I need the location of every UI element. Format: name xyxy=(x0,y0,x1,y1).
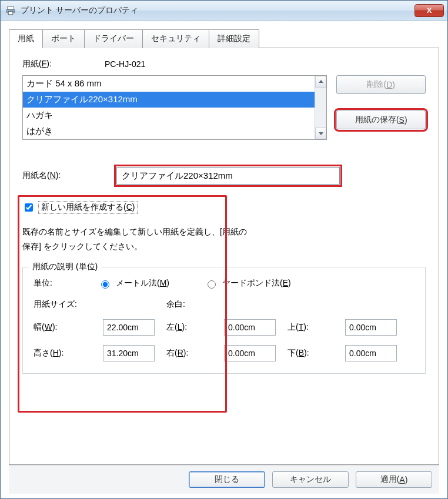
list-item[interactable]: カード 54 x 86 mm xyxy=(23,76,315,92)
printer-icon xyxy=(5,5,16,16)
form-name-input[interactable] xyxy=(116,167,340,185)
scroll-up-icon[interactable] xyxy=(315,76,326,88)
listbox-scrollbar[interactable] xyxy=(315,76,326,139)
server-name: PC-HJ-021 xyxy=(105,59,145,69)
window-title: プリント サーバーのプロパティ xyxy=(21,5,414,16)
list-item[interactable]: ハガキ xyxy=(23,108,315,123)
save-form-button[interactable]: 用紙の保存(S) xyxy=(336,110,426,129)
forms-list-items: カード 54 x 86 mm クリアファイル220×312mm ハガキ はがき xyxy=(23,76,315,139)
list-item[interactable]: クリアファイル220×312mm xyxy=(23,92,315,108)
form-description-group: 用紙の説明 (単位) 単位: メートル法(M) ヤードポンド xyxy=(22,267,426,374)
tab-label: ポート xyxy=(51,34,76,43)
tab-strip: 用紙 ポート ドライバー セキュリティ 詳細設定 xyxy=(9,29,439,48)
svg-rect-0 xyxy=(8,6,14,9)
dialog-footer: 閉じる キャンセル 適用(A) xyxy=(9,465,439,494)
help-text: 既存の名前とサイズを編集して新しい用紙を定義し、[用紙の 保存] をクリックして… xyxy=(22,225,426,254)
close-button[interactable]: X xyxy=(414,4,444,17)
apply-button[interactable]: 適用(A) xyxy=(356,471,432,488)
paper-size-label: 用紙サイズ: xyxy=(34,299,98,310)
tab-label: 用紙 xyxy=(18,34,34,43)
unit-metric-radio[interactable] xyxy=(101,280,109,289)
tab-panel-forms: 用紙(F): PC-HJ-021 カード 54 x 86 mm クリアファイル2… xyxy=(9,48,439,465)
margin-label: 余白: xyxy=(166,299,219,310)
right-input[interactable] xyxy=(224,345,276,361)
unit-metric-label: メートル法(M) xyxy=(116,278,169,289)
width-label: 幅(W): xyxy=(34,322,98,333)
svg-rect-2 xyxy=(8,11,13,14)
tab-label: ドライバー xyxy=(93,34,134,43)
titlebar: プリント サーバーのプロパティ X xyxy=(1,1,447,21)
tab-security[interactable]: セキュリティ xyxy=(142,29,209,48)
create-new-form-label: 新しい用紙を作成する(C) xyxy=(38,201,138,214)
cancel-button[interactable]: キャンセル xyxy=(272,471,349,488)
tab-label: セキュリティ xyxy=(151,34,200,43)
tab-forms[interactable]: 用紙 xyxy=(9,29,43,48)
unit-imperial-label: ヤードポンド法(E) xyxy=(222,278,291,289)
close-icon: X xyxy=(427,6,432,15)
left-input[interactable] xyxy=(224,319,276,336)
tab-drivers[interactable]: ドライバー xyxy=(84,29,143,48)
close-dialog-button[interactable]: 閉じる xyxy=(189,471,265,488)
print-server-properties-window: プリント サーバーのプロパティ X 用紙 ポート ドライバー セキュリティ 詳細… xyxy=(0,0,448,499)
create-new-form-checkbox[interactable] xyxy=(25,203,33,212)
tab-advanced[interactable]: 詳細設定 xyxy=(209,29,259,48)
left-label: 左(L): xyxy=(166,322,219,333)
client-area: 用紙 ポート ドライバー セキュリティ 詳細設定 用紙(F): PC-HJ-02… xyxy=(1,21,447,498)
form-name-label: 用紙名(N): xyxy=(22,170,116,181)
right-label: 右(R): xyxy=(166,348,219,359)
delete-button[interactable]: 削除(D) xyxy=(336,75,426,94)
list-item[interactable]: はがき xyxy=(23,123,315,139)
groupbox-title: 用紙の説明 (単位) xyxy=(29,262,101,272)
bottom-label: 下(B): xyxy=(287,348,340,359)
forms-label: 用紙(F): xyxy=(22,59,105,69)
top-input[interactable] xyxy=(345,319,397,336)
forms-listbox[interactable]: カード 54 x 86 mm クリアファイル220×312mm ハガキ はがき xyxy=(22,75,327,140)
tab-ports[interactable]: ポート xyxy=(42,29,85,48)
tab-label: 詳細設定 xyxy=(218,34,250,43)
unit-label: 単位: xyxy=(34,278,98,289)
top-label: 上(T): xyxy=(287,322,340,333)
forms-header-row: 用紙(F): PC-HJ-021 xyxy=(22,59,426,69)
scroll-down-icon[interactable] xyxy=(315,128,326,139)
height-input[interactable] xyxy=(103,345,155,361)
width-input[interactable] xyxy=(103,319,155,336)
unit-imperial-radio[interactable] xyxy=(208,280,216,289)
height-label: 高さ(H): xyxy=(34,348,98,359)
bottom-input[interactable] xyxy=(345,345,397,361)
